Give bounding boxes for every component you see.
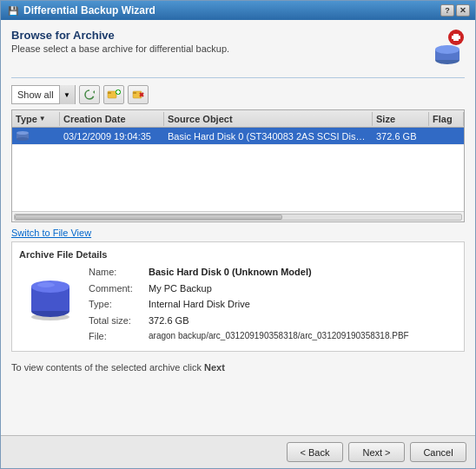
disk-image (19, 265, 80, 326)
header-section: Browse for Archive Please select a base … (11, 29, 465, 70)
svg-rect-5 (452, 36, 460, 39)
archive-details-panel: Archive File Details (11, 241, 465, 352)
archive-details-title: Archive File Details (19, 249, 457, 260)
file-value: aragon backup/arc_031209190358318/arc_03… (149, 329, 409, 344)
type-value: Internal Hard Disk Drive (149, 297, 250, 312)
col-type: Type ▼ (12, 112, 60, 126)
detail-file: File: aragon backup/arc_031209190358318/… (89, 329, 457, 344)
svg-marker-6 (93, 90, 95, 94)
refresh-button[interactable] (79, 85, 100, 104)
footer-emphasis: Next (204, 362, 225, 373)
details-grid: Name: Basic Hard Disk 0 (Unknown Model) … (89, 265, 457, 344)
size-value: 372.6 GB (149, 314, 188, 328)
svg-point-18 (17, 137, 29, 141)
detail-size: Total size: 372.6 GB (89, 314, 457, 328)
col-source: Source Object (164, 112, 373, 126)
show-all-label: Show all (12, 88, 59, 102)
main-content: Browse for Archive Please select a base … (1, 20, 475, 435)
svg-point-17 (17, 131, 29, 135)
bottom-bar: < Back Next > Cancel (1, 435, 475, 468)
cell-source: Basic Hard Disk 0 (ST340083 2AS SCSI Dis… (164, 129, 373, 143)
next-button[interactable]: Next > (348, 442, 405, 462)
scroll-thumb[interactable] (15, 215, 282, 220)
cell-size: 372.6 GB (373, 129, 429, 143)
page-description: Please select a base archive for differe… (11, 43, 229, 54)
dropdown-arrow[interactable]: ▼ (59, 85, 75, 104)
col-flag: Flag (429, 112, 464, 126)
table-row[interactable]: 03/12/2009 19:04:35 Basic Hard Disk 0 (S… (12, 128, 464, 145)
show-all-dropdown[interactable]: Show all ▼ (11, 85, 76, 104)
header-icon (423, 29, 465, 70)
main-window: 💾 Differential Backup Wizard ? ✕ Browse … (0, 0, 476, 469)
footer-prefix: To view contents of the selected archive… (11, 362, 204, 373)
svg-rect-13 (133, 92, 136, 94)
scroll-track (14, 214, 462, 221)
title-controls: ? ✕ (440, 4, 470, 17)
title-left: 💾 Differential Backup Wizard (6, 3, 155, 17)
type-label: Type: (89, 297, 145, 312)
cell-type (12, 129, 60, 143)
header-text: Browse for Archive Please select a base … (11, 29, 229, 54)
footer-text: To view contents of the selected archive… (11, 359, 465, 376)
sort-icon: ▼ (39, 115, 46, 122)
toolbar: Show all ▼ (11, 85, 465, 104)
col-size: Size (373, 112, 429, 126)
svg-point-2 (435, 45, 459, 54)
table-header: Type ▼ Creation Date Source Object Size … (12, 110, 464, 128)
archive-table: Type ▼ Creation Date Source Object Size … (11, 109, 465, 222)
detail-name: Name: Basic Hard Disk 0 (Unknown Model) (89, 265, 457, 280)
svg-rect-8 (108, 92, 111, 94)
archive-details-body: Name: Basic Hard Disk 0 (Unknown Model) … (19, 265, 457, 344)
title-bar: 💾 Differential Backup Wizard ? ✕ (1, 1, 475, 20)
comment-value: My PC Backup (149, 281, 212, 296)
app-icon: 💾 (6, 3, 20, 17)
page-title: Browse for Archive (11, 29, 229, 42)
new-archive-button[interactable] (103, 85, 124, 104)
table-body: 03/12/2009 19:04:35 Basic Hard Disk 0 (S… (12, 128, 464, 211)
window-title: Differential Backup Wizard (23, 4, 155, 17)
cell-flag (429, 135, 464, 138)
cancel-button[interactable]: Cancel (410, 442, 466, 462)
comment-label[interactable]: Comment: (89, 281, 145, 296)
delete-button[interactable] (128, 85, 149, 104)
svg-rect-11 (116, 91, 120, 93)
size-label: Total size: (89, 314, 145, 328)
name-value: Basic Hard Disk 0 (Unknown Model) (149, 265, 312, 280)
col-date: Creation Date (60, 112, 164, 126)
svg-point-23 (37, 282, 55, 287)
help-button[interactable]: ? (440, 4, 454, 17)
close-button[interactable]: ✕ (456, 4, 470, 17)
detail-comment: Comment: My PC Backup (89, 281, 457, 296)
detail-type: Type: Internal Hard Disk Drive (89, 297, 457, 312)
header-divider (11, 77, 465, 78)
horizontal-scrollbar[interactable] (12, 211, 464, 221)
name-label: Name: (89, 265, 145, 280)
file-label: File: (89, 329, 145, 344)
back-button[interactable]: < Back (287, 442, 343, 462)
switch-to-file-view[interactable]: Switch to File View (11, 228, 465, 238)
cell-date: 03/12/2009 19:04:35 (60, 129, 164, 143)
